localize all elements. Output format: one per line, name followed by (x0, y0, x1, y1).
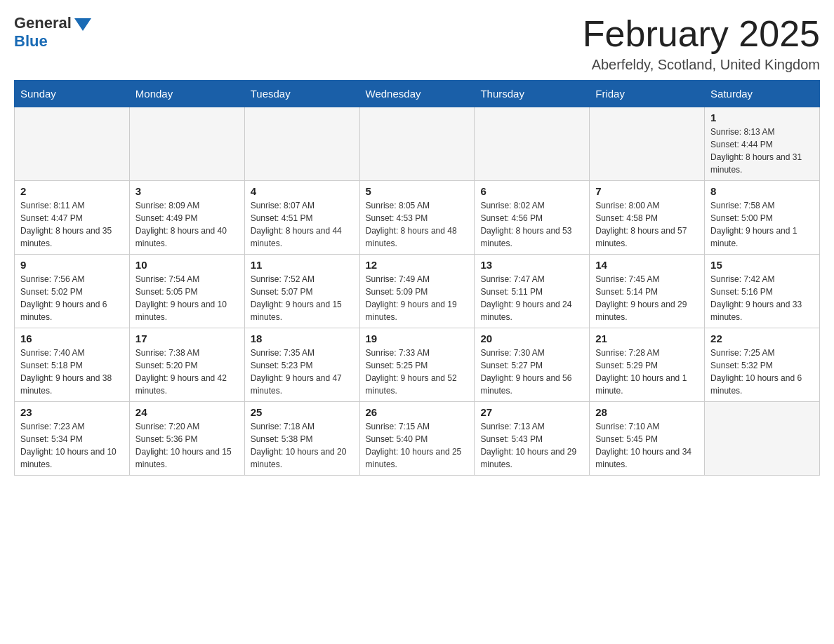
header-day-wednesday: Wednesday (359, 81, 475, 107)
location: Aberfeldy, Scotland, United Kingdom (583, 57, 820, 73)
day-number: 1 (710, 112, 814, 123)
calendar-cell: 25Sunrise: 7:18 AM Sunset: 5:38 PM Dayli… (244, 402, 359, 476)
header-day-tuesday: Tuesday (244, 81, 359, 107)
title-block: February 2025 Aberfeldy, Scotland, Unite… (583, 14, 820, 73)
day-number: 6 (480, 185, 583, 197)
day-number: 7 (595, 185, 699, 197)
day-number: 14 (595, 259, 699, 271)
day-info: Sunrise: 8:11 AM Sunset: 4:47 PM Dayligh… (20, 199, 124, 250)
calendar-cell (475, 107, 590, 181)
day-number: 27 (480, 406, 583, 418)
calendar-cell: 6Sunrise: 8:02 AM Sunset: 4:56 PM Daylig… (475, 181, 590, 255)
logo-general-text: General (14, 14, 72, 32)
calendar-cell: 10Sunrise: 7:54 AM Sunset: 5:05 PM Dayli… (129, 255, 244, 328)
day-info: Sunrise: 7:49 AM Sunset: 5:09 PM Dayligh… (366, 273, 469, 323)
calendar-cell: 21Sunrise: 7:28 AM Sunset: 5:29 PM Dayli… (590, 328, 705, 402)
day-number: 18 (251, 333, 354, 344)
page-header: General Blue February 2025 Aberfeldy, Sc… (14, 14, 820, 73)
calendar-cell: 26Sunrise: 7:15 AM Sunset: 5:40 PM Dayli… (359, 402, 475, 476)
calendar-cell: 1Sunrise: 8:13 AM Sunset: 4:44 PM Daylig… (705, 107, 820, 181)
day-info: Sunrise: 7:10 AM Sunset: 5:45 PM Dayligh… (595, 420, 699, 471)
calendar-week-row: 23Sunrise: 7:23 AM Sunset: 5:34 PM Dayli… (15, 402, 820, 476)
day-number: 9 (20, 259, 124, 271)
day-info: Sunrise: 7:42 AM Sunset: 5:16 PM Dayligh… (710, 273, 814, 323)
header-day-sunday: Sunday (15, 81, 130, 107)
day-number: 28 (595, 406, 699, 418)
calendar-week-row: 2Sunrise: 8:11 AM Sunset: 4:47 PM Daylig… (15, 181, 820, 255)
calendar-cell: 19Sunrise: 7:33 AM Sunset: 5:25 PM Dayli… (359, 328, 475, 402)
calendar-cell: 14Sunrise: 7:45 AM Sunset: 5:14 PM Dayli… (590, 255, 705, 328)
header-day-saturday: Saturday (705, 81, 820, 107)
header-day-friday: Friday (590, 81, 705, 107)
day-number: 16 (20, 333, 124, 344)
calendar-cell: 12Sunrise: 7:49 AM Sunset: 5:09 PM Dayli… (359, 255, 475, 328)
day-number: 5 (366, 185, 469, 197)
calendar-cell (359, 107, 475, 181)
logo: General Blue (14, 14, 91, 51)
day-info: Sunrise: 8:00 AM Sunset: 4:58 PM Dayligh… (595, 199, 699, 250)
day-number: 19 (366, 333, 469, 344)
logo-top: General (14, 14, 91, 32)
calendar-cell: 7Sunrise: 8:00 AM Sunset: 4:58 PM Daylig… (590, 181, 705, 255)
calendar-week-row: 1Sunrise: 8:13 AM Sunset: 4:44 PM Daylig… (15, 107, 820, 181)
month-title: February 2025 (583, 14, 820, 54)
calendar-cell: 28Sunrise: 7:10 AM Sunset: 5:45 PM Dayli… (590, 402, 705, 476)
calendar-cell: 13Sunrise: 7:47 AM Sunset: 5:11 PM Dayli… (475, 255, 590, 328)
day-number: 4 (251, 185, 354, 197)
day-number: 15 (710, 259, 814, 271)
calendar-cell: 20Sunrise: 7:30 AM Sunset: 5:27 PM Dayli… (475, 328, 590, 402)
calendar-cell (705, 402, 820, 476)
calendar-header: SundayMondayTuesdayWednesdayThursdayFrid… (15, 81, 820, 107)
day-info: Sunrise: 7:47 AM Sunset: 5:11 PM Dayligh… (480, 273, 583, 323)
calendar-cell: 24Sunrise: 7:20 AM Sunset: 5:36 PM Dayli… (129, 402, 244, 476)
day-info: Sunrise: 7:35 AM Sunset: 5:23 PM Dayligh… (251, 347, 354, 397)
day-info: Sunrise: 7:30 AM Sunset: 5:27 PM Dayligh… (480, 347, 583, 397)
day-number: 17 (135, 333, 239, 344)
day-info: Sunrise: 7:58 AM Sunset: 5:00 PM Dayligh… (710, 199, 814, 250)
day-number: 8 (710, 185, 814, 197)
day-number: 10 (135, 259, 239, 271)
day-info: Sunrise: 7:20 AM Sunset: 5:36 PM Dayligh… (135, 420, 239, 471)
calendar-cell: 3Sunrise: 8:09 AM Sunset: 4:49 PM Daylig… (129, 181, 244, 255)
day-number: 2 (20, 185, 124, 197)
day-info: Sunrise: 8:02 AM Sunset: 4:56 PM Dayligh… (480, 199, 583, 250)
day-info: Sunrise: 7:56 AM Sunset: 5:02 PM Dayligh… (20, 273, 124, 323)
day-info: Sunrise: 7:40 AM Sunset: 5:18 PM Dayligh… (20, 347, 124, 397)
day-info: Sunrise: 7:45 AM Sunset: 5:14 PM Dayligh… (595, 273, 699, 323)
day-info: Sunrise: 7:18 AM Sunset: 5:38 PM Dayligh… (251, 420, 354, 471)
day-info: Sunrise: 8:09 AM Sunset: 4:49 PM Dayligh… (135, 199, 239, 250)
header-day-thursday: Thursday (475, 81, 590, 107)
calendar-cell: 11Sunrise: 7:52 AM Sunset: 5:07 PM Dayli… (244, 255, 359, 328)
day-info: Sunrise: 8:07 AM Sunset: 4:51 PM Dayligh… (251, 199, 354, 250)
calendar-week-row: 9Sunrise: 7:56 AM Sunset: 5:02 PM Daylig… (15, 255, 820, 328)
day-number: 13 (480, 259, 583, 271)
calendar-cell: 27Sunrise: 7:13 AM Sunset: 5:43 PM Dayli… (475, 402, 590, 476)
calendar-week-row: 16Sunrise: 7:40 AM Sunset: 5:18 PM Dayli… (15, 328, 820, 402)
calendar-cell (15, 107, 130, 181)
day-number: 20 (480, 333, 583, 344)
day-number: 26 (366, 406, 469, 418)
day-info: Sunrise: 7:25 AM Sunset: 5:32 PM Dayligh… (710, 347, 814, 397)
day-info: Sunrise: 8:05 AM Sunset: 4:53 PM Dayligh… (366, 199, 469, 250)
calendar-cell: 8Sunrise: 7:58 AM Sunset: 5:00 PM Daylig… (705, 181, 820, 255)
day-number: 25 (251, 406, 354, 418)
day-number: 11 (251, 259, 354, 271)
logo-blue-text: Blue (14, 32, 48, 51)
day-number: 3 (135, 185, 239, 197)
header-row: SundayMondayTuesdayWednesdayThursdayFrid… (15, 81, 820, 107)
header-day-monday: Monday (129, 81, 244, 107)
calendar-cell: 5Sunrise: 8:05 AM Sunset: 4:53 PM Daylig… (359, 181, 475, 255)
calendar-cell: 2Sunrise: 8:11 AM Sunset: 4:47 PM Daylig… (15, 181, 130, 255)
day-info: Sunrise: 7:13 AM Sunset: 5:43 PM Dayligh… (480, 420, 583, 471)
calendar-cell: 23Sunrise: 7:23 AM Sunset: 5:34 PM Dayli… (15, 402, 130, 476)
day-number: 23 (20, 406, 124, 418)
day-info: Sunrise: 7:23 AM Sunset: 5:34 PM Dayligh… (20, 420, 124, 471)
calendar-cell (129, 107, 244, 181)
day-number: 12 (366, 259, 469, 271)
day-info: Sunrise: 7:28 AM Sunset: 5:29 PM Dayligh… (595, 347, 699, 397)
day-info: Sunrise: 7:33 AM Sunset: 5:25 PM Dayligh… (366, 347, 469, 397)
logo-triangle-icon (74, 18, 91, 31)
day-info: Sunrise: 7:15 AM Sunset: 5:40 PM Dayligh… (366, 420, 469, 471)
calendar-body: 1Sunrise: 8:13 AM Sunset: 4:44 PM Daylig… (15, 107, 820, 476)
day-number: 22 (710, 333, 814, 344)
